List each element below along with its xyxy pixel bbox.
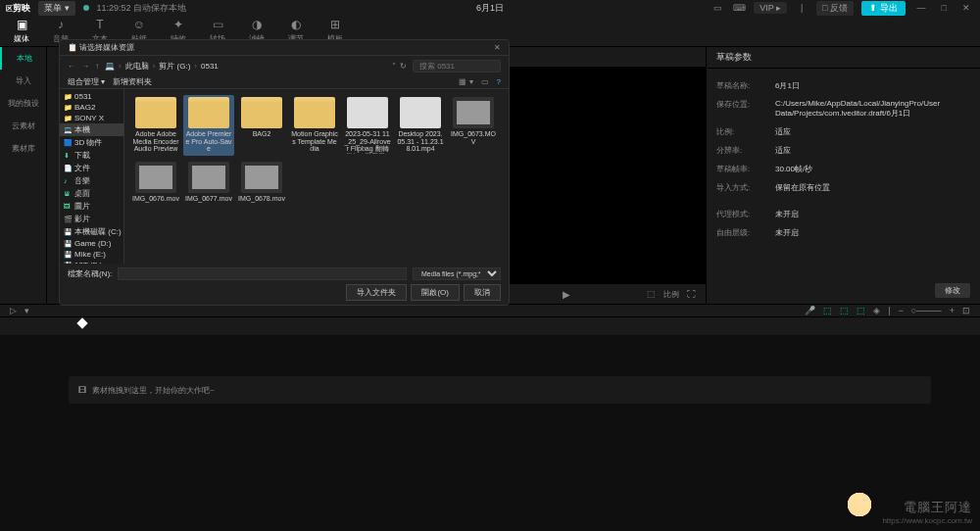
vip-badge[interactable]: VIP ▸ [754,2,787,14]
project-title: 6月1日 [476,2,504,15]
close-button[interactable]: ✕ [958,3,974,13]
path-dropdown-icon[interactable]: ˅ [392,62,396,71]
new-folder-button[interactable]: 新增资料夹 [113,76,152,87]
ratio-icon[interactable]: ⬚ [647,289,656,300]
import-folder-button[interactable]: 导入文件夹 [346,284,407,301]
file-item[interactable]: IMG_0678.mov [236,160,287,205]
menu-button[interactable]: 菜单 ▾ [38,1,75,16]
tree-item[interactable]: 💾Mike (E:) [60,249,123,260]
titlebar: 区剪映 菜单 ▾ 11:29:52 自动保存本地 6月1日 ▭ ⌨ VIP ▸ … [0,0,980,16]
mic-icon[interactable]: 🎤 [805,306,815,315]
tree-item[interactable]: 💻本機 [60,123,123,136]
file-item[interactable]: IMG_0676.mov [130,160,181,205]
prop-row: 自由层级:未开启 [716,223,970,242]
feedback-button[interactable]: □ 反馈 [816,1,854,16]
search-input[interactable] [413,60,501,72]
file-item[interactable]: 2023-05-31 11_25_29-Allrover Flipbag 翻轉背… [342,95,393,156]
dialog-titlebar: 📋 请选择媒体资源 ✕ [60,40,509,56]
export-button[interactable]: ⬆ 导出 [861,1,906,16]
dialog-close-button[interactable]: ✕ [494,43,501,52]
open-button[interactable]: 開啟(O) [411,284,460,301]
timeline-toolbar: ▷ ▾ 🎤 ⬚ ⬚ ⬚ ◈ | − ○──── + ⊡ [0,304,980,317]
left-sidebar: 本地导入我的预设云素材素材库 [0,47,47,304]
marker-icon[interactable]: ◈ [873,306,880,315]
watermark-url: https://www.kocpc.com.tw [882,516,972,525]
prop-row: 保存位置:C:/Users/Mike/AppData/Local/Jianyin… [716,95,970,122]
file-item[interactable]: Desktop 2023.05.31 - 11.23.18.01.mp4 [395,95,446,156]
modify-button[interactable]: 修改 [935,283,970,298]
tree-item[interactable]: 🟦3D 物件 [60,136,123,149]
watermark-title: 電腦王阿達 [904,499,972,516]
tree-item[interactable]: 📄文件 [60,162,123,174]
fit-icon[interactable]: ⊡ [962,306,970,315]
shortcut-icon[interactable]: ⌨ [732,3,746,13]
zoom-out-icon[interactable]: − [899,306,904,315]
tree-item[interactable]: 📁SONY X [60,113,123,123]
separator: | [888,306,890,315]
prop-row: 比例:适应 [716,122,970,141]
sidebar-tab-2[interactable]: 我的预设 [0,92,46,115]
prop-row: 导入方式:保留在原有位置 [716,178,970,197]
sidebar-tab-3[interactable]: 云素材 [0,115,46,137]
preview-pane-icon[interactable]: ▭ [481,77,489,86]
playhead-icon[interactable] [76,317,87,328]
file-filter-select[interactable]: Media files (*.mpg;*.f4v;*.mov [413,267,501,280]
file-list[interactable]: Adobe Adobe Media Encoder Audio Previews… [124,89,509,264]
tool-媒体[interactable]: ▣媒体 [8,18,35,44]
sidebar-tab-0[interactable]: 本地 [0,47,46,70]
layout-icon[interactable]: ▭ [710,3,724,13]
prop-row: 代理模式:未开启 [716,205,970,223]
tree-item[interactable]: ♪音樂 [60,174,123,187]
tree-item[interactable]: 🖼圖片 [60,200,123,213]
separator: | [795,3,808,13]
select-tool-icon[interactable]: ▷ [10,306,17,315]
sidebar-tab-4[interactable]: 素材库 [0,137,46,160]
file-item[interactable]: Adobe Adobe Media Encoder Audio Previews [130,95,181,156]
file-item[interactable]: IMG_0673.MOV [448,95,499,156]
nav-up-icon[interactable]: ↑ [95,62,99,71]
file-item[interactable]: Motion Graphics Template Media [289,95,340,156]
view-mode-icon[interactable]: ▦ ▾ [459,77,472,86]
maximize-button[interactable]: □ [938,3,951,13]
minimize-button[interactable]: — [913,3,930,13]
fullscreen-icon[interactable]: ⛶ [687,289,696,300]
zoom-slider[interactable]: ○──── [911,306,942,315]
cancel-button[interactable]: 取消 [464,284,501,301]
refresh-icon[interactable]: ↻ [400,62,407,71]
autosave-status: 11:29:52 自动保存本地 [97,2,187,15]
timeline-ruler[interactable] [0,317,980,335]
empty-timeline-hint: 🎞 素材拖拽到这里，开始你的大作吧~ [69,376,931,404]
computer-icon: 💻 [105,62,115,71]
tree-item[interactable]: 💾Game (D:) [60,238,123,249]
tree-item[interactable]: 📁0531 [60,91,123,102]
nav-forward-icon[interactable]: → [81,62,89,71]
tree-item[interactable]: 💾本機磁碟 (C:) [60,225,123,238]
tree-item[interactable]: ⬇下載 [60,149,123,162]
zoom-in-icon[interactable]: + [950,306,955,315]
file-item[interactable]: IMG_0677.mov [183,160,234,205]
status-dot-icon [83,5,89,11]
help-icon[interactable]: ? [497,77,501,86]
tree-item[interactable]: 🎬影片 [60,213,123,225]
organize-button[interactable]: 组合管理 ▾ [68,76,105,87]
preview-icon[interactable]: ⬚ [857,306,865,315]
prop-row: 草稿名称:6月1日 [716,76,970,95]
nav-back-icon[interactable]: ← [68,62,75,71]
magnet-icon[interactable]: ⬚ [840,306,849,315]
prop-row: 草稿帧率:30.00帧/秒 [716,160,970,178]
filename-input[interactable] [118,267,407,280]
folder-tree[interactable]: 📁0531📁BAG2📁SONY X💻本機🟦3D 物件⬇下載📄文件♪音樂🖥桌面🖼圖… [60,89,124,264]
path-breadcrumb[interactable]: 💻 › 此电脑 › 剪片 (G:) › 0531 ˅ ↻ [105,61,407,72]
dropdown-icon[interactable]: ▾ [24,306,29,315]
ratio-label[interactable]: 比例 [663,289,679,300]
sidebar-tab-1[interactable]: 导入 [0,70,46,92]
play-button[interactable]: ▶ [563,289,570,300]
tree-item[interactable]: 🖥桌面 [60,187,123,200]
link-icon[interactable]: ⬚ [823,306,832,315]
tree-item[interactable]: 📁BAG2 [60,102,123,113]
timeline[interactable]: 🎞 素材拖拽到这里，开始你的大作吧~ [0,317,980,531]
prop-row [716,197,970,205]
file-item[interactable]: Adobe Premiere Pro Auto-Save [183,95,234,156]
app-logo: 区剪映 [6,2,30,15]
file-item[interactable]: BAG2 [236,95,287,156]
